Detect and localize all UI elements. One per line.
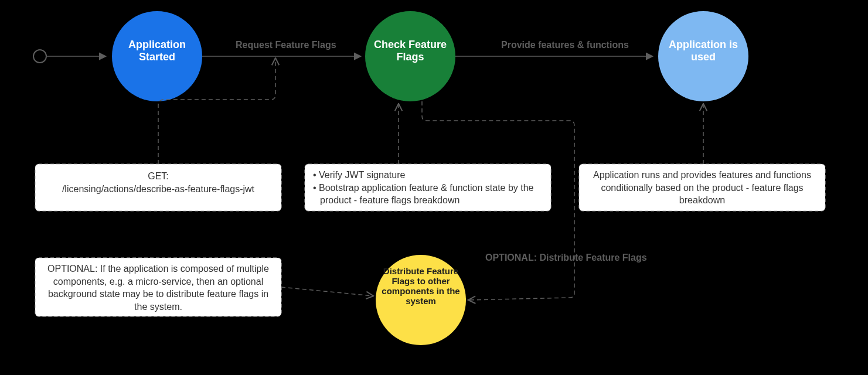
state-distribute-flags: Distribute Feature Flags to other compon… xyxy=(376,255,466,345)
svg-point-0 xyxy=(33,50,46,63)
note-connector xyxy=(281,287,373,296)
note-api: GET: /licensing/actions/describe-as-feat… xyxy=(35,164,281,211)
note-distribute: OPTIONAL: If the application is composed… xyxy=(35,258,281,316)
note-used: Application runs and provides features a… xyxy=(579,164,825,211)
state-label: Application Started xyxy=(128,39,186,63)
state-label: Check Feature Flags xyxy=(374,39,447,63)
note-line: GET: xyxy=(41,170,275,183)
edge-label-provide: Provide features & functions xyxy=(501,40,629,50)
state-label: Distribute Feature Flags to other compon… xyxy=(382,266,459,306)
note-text: Application runs and provides features a… xyxy=(593,170,811,205)
note-bullet: Verify JWT signature xyxy=(319,170,405,180)
note-text: OPTIONAL: If the application is composed… xyxy=(47,264,269,312)
note-line: /licensing/actions/describe-as-feature-f… xyxy=(41,183,275,196)
state-label: Application is used xyxy=(669,39,738,63)
note-bullet: Bootstrap application feature & function… xyxy=(319,183,533,206)
initial-state xyxy=(33,50,46,63)
note-check: • Verify JWT signature • Bootstrap appli… xyxy=(305,164,551,211)
edge-label-request: Request Feature Flags xyxy=(236,40,336,50)
state-application-started: Application Started xyxy=(112,11,202,101)
edge-label-distribute: OPTIONAL: Distribute Feature Flags xyxy=(485,253,647,262)
state-application-used: Application is used xyxy=(658,11,748,101)
state-check-feature-flags: Check Feature Flags xyxy=(365,11,455,101)
flow-diagram: Application Started Request Feature Flag… xyxy=(0,0,868,375)
